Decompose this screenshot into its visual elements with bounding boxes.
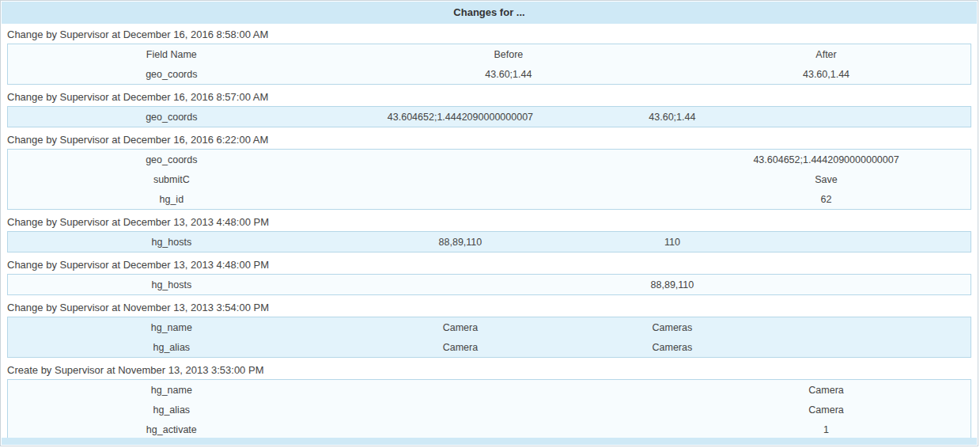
change-entry-header: Change by Supervisor at December 13, 201… xyxy=(1,212,978,231)
changes-panel: Changes for ... Change by Supervisor at … xyxy=(0,0,978,446)
change-section: Change by Supervisor at November 13, 201… xyxy=(1,298,978,358)
table-row: geo_coords43.604652;1.4442090000000007 xyxy=(8,150,971,170)
change-section: Change by Supervisor at December 16, 201… xyxy=(1,87,978,127)
column-header-row: Field NameBeforeAfter xyxy=(8,44,971,65)
change-section: Change by Supervisor at December 13, 201… xyxy=(1,212,978,252)
after-cell: 62 xyxy=(682,189,971,210)
before-cell: 43.604652;1.4442090000000007 xyxy=(335,107,586,127)
table-row: hg_nameCameraCameras xyxy=(8,317,971,338)
before-cell xyxy=(335,400,682,420)
table-row: hg_activate1 xyxy=(8,420,971,440)
before-cell: 88,89,110 xyxy=(335,232,586,252)
table-row: hg_aliasCameraCameras xyxy=(8,337,971,358)
change-section: Create by Supervisor at November 13, 201… xyxy=(1,360,978,440)
changes-table: geo_coords43.604652;1.4442090000000007su… xyxy=(7,149,971,210)
column-header: Before xyxy=(335,44,682,65)
before-cell xyxy=(335,275,586,295)
change-entry-header: Change by Supervisor at December 16, 201… xyxy=(1,130,978,149)
change-section: Change by Supervisor at December 13, 201… xyxy=(1,255,978,295)
field-name-cell: geo_coords xyxy=(8,64,335,85)
before-cell: 43.60;1.44 xyxy=(335,64,682,85)
field-name-cell: geo_coords xyxy=(8,150,335,170)
table-row: hg_hosts88,89,110 xyxy=(8,275,971,295)
column-header: After xyxy=(682,44,971,65)
table-row: geo_coords43.60;1.4443.60,1.44 xyxy=(8,64,971,85)
change-section: Change by Supervisor at December 16, 201… xyxy=(1,25,978,85)
table-row: hg_id62 xyxy=(8,189,971,210)
change-entry-header: Create by Supervisor at November 13, 201… xyxy=(1,360,978,379)
field-name-cell: hg_alias xyxy=(8,400,335,420)
changes-table: hg_hosts88,89,110 xyxy=(7,274,971,295)
change-entry-header: Change by Supervisor at December 16, 201… xyxy=(1,25,978,44)
after-cell: Camera xyxy=(682,400,971,420)
changes-table: hg_nameCameraCamerashg_aliasCameraCamera… xyxy=(7,317,971,358)
table-row: hg_nameCamera xyxy=(8,380,971,401)
field-name-cell: hg_id xyxy=(8,189,335,210)
after-cell: 43.60;1.44 xyxy=(585,107,759,127)
field-name-cell: geo_coords xyxy=(8,107,335,127)
bottom-header-bar xyxy=(2,438,977,445)
before-cell: Camera xyxy=(335,337,586,358)
after-cell: 43.604652;1.4442090000000007 xyxy=(682,150,971,170)
filler-cell xyxy=(759,232,971,252)
before-cell xyxy=(335,169,682,189)
change-sections: Change by Supervisor at December 16, 201… xyxy=(1,25,978,440)
after-cell: Camera xyxy=(682,380,971,401)
filler-cell xyxy=(759,275,971,295)
after-cell: 110 xyxy=(585,232,759,252)
change-entry-header: Change by Supervisor at December 13, 201… xyxy=(1,255,978,274)
field-name-cell: hg_activate xyxy=(8,420,335,440)
filler-cell xyxy=(759,107,971,127)
changes-table: geo_coords43.604652;1.444209000000000743… xyxy=(7,106,971,127)
change-entry-header: Change by Supervisor at December 16, 201… xyxy=(1,87,978,106)
table-row: geo_coords43.604652;1.444209000000000743… xyxy=(8,107,971,127)
after-cell: 43.60,1.44 xyxy=(682,64,971,85)
field-name-cell: hg_hosts xyxy=(8,275,335,295)
after-cell: Cameras xyxy=(585,317,759,338)
field-name-cell: submitC xyxy=(8,169,335,189)
filler-cell xyxy=(759,337,971,358)
after-cell: Cameras xyxy=(585,337,759,358)
table-row: submitCSave xyxy=(8,169,971,189)
before-cell xyxy=(335,150,682,170)
before-cell xyxy=(335,420,682,440)
change-entry-header: Change by Supervisor at November 13, 201… xyxy=(1,298,978,317)
after-cell: 1 xyxy=(682,420,971,440)
table-row: hg_hosts88,89,110110 xyxy=(8,232,971,252)
field-name-cell: hg_alias xyxy=(8,337,335,358)
changes-table: hg_hosts88,89,110110 xyxy=(7,231,971,252)
table-row: hg_aliasCamera xyxy=(8,400,971,420)
column-header: Field Name xyxy=(8,44,335,65)
changes-table: Field NameBeforeAftergeo_coords43.60;1.4… xyxy=(7,44,971,85)
field-name-cell: hg_name xyxy=(8,317,335,338)
field-name-cell: hg_hosts xyxy=(8,232,335,252)
after-cell: Save xyxy=(682,169,971,189)
panel-title: Changes for ... xyxy=(2,2,977,24)
before-cell: Camera xyxy=(335,317,586,338)
before-cell xyxy=(335,189,682,210)
change-section: Change by Supervisor at December 16, 201… xyxy=(1,130,978,210)
changes-table: hg_nameCamerahg_aliasCamerahg_activate1 xyxy=(7,379,971,440)
after-cell: 88,89,110 xyxy=(585,275,759,295)
filler-cell xyxy=(759,317,971,338)
field-name-cell: hg_name xyxy=(8,380,335,401)
before-cell xyxy=(335,380,682,401)
